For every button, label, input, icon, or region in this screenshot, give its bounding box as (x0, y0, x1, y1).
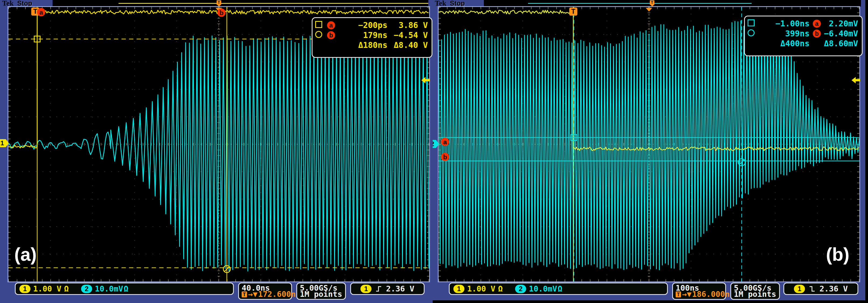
cursor-delta-row: Δ180ns Δ8.40 V (315, 40, 428, 50)
ch1-scale: 1.00 V (33, 284, 61, 293)
ch2-coupling: Ω (124, 284, 128, 293)
cursor-b-value: −6.40mV (823, 29, 858, 38)
record-view-line (528, 3, 752, 4)
ch1-scale: 1.00 V (467, 284, 495, 293)
cursor-b-badge: b (217, 9, 226, 17)
channel1-ground-marker: 1 (0, 139, 9, 147)
cursor-a-square-icon (315, 21, 322, 28)
cursor-a-row: −1.00ns a 2.20mV (748, 19, 858, 29)
cursor-b-row: b 179ns −4.54 V (315, 30, 428, 40)
cursor-b-row: 399ns b −6.40mV (748, 29, 858, 38)
channel-settings-bar: 1 1.00 V Ω 2 10.0mV Ω (15, 282, 234, 295)
graticule-area-b: T a b 2 −1.00ns a 2.20mV 399ns b −6.40mV… (438, 6, 860, 282)
record-view-strip: T (53, 0, 428, 7)
cursor-a-badge-label: a (813, 20, 821, 28)
cursor-b-badge: b (441, 153, 450, 161)
cursor-a-time: −1.00ns (760, 19, 810, 28)
ch2-scale: 10.0mV (529, 284, 557, 293)
figure-label-a: (a) (14, 244, 37, 265)
scope-header: Tek Stop T (433, 0, 868, 7)
cursor-delta-time: Δ400ns (760, 39, 810, 48)
ch2-scale: 10.0mV (95, 284, 123, 293)
ch1-coupling: Ω (64, 284, 69, 293)
record-view-line (119, 3, 428, 4)
cursor-a-badge: a (441, 138, 450, 146)
delay-value: 172.600ns (258, 291, 300, 297)
record-length: 1M points (300, 291, 342, 297)
cursor-a-time: −200ps (340, 21, 388, 30)
cursor-readout-box: −1.00ns a 2.20mV 399ns b −6.40mV Δ400ns … (744, 15, 863, 56)
trigger-box: 1 2.36 V (783, 282, 858, 295)
trigger-t-icon: T (676, 292, 681, 297)
acquisition-box: 5.00GS/s 1M points (730, 282, 780, 300)
cursor-b-circle-icon (748, 29, 754, 36)
cursor-delta-value: Δ8.40 V (388, 40, 428, 50)
scope-header: Tek Stop T (0, 0, 433, 7)
trigger-position-flag: T (569, 7, 577, 15)
ch1-badge: 1 (454, 285, 464, 293)
cursor-b-time: 179ns (340, 30, 388, 40)
timebase-box: 100ns T→▼186.000ns (672, 282, 726, 300)
ch2-coupling: Ω (558, 284, 562, 293)
cursor-b-time: 399ns (760, 29, 810, 38)
trigger-level: 2.36 V (386, 284, 414, 293)
cursor-b-circle-icon (315, 31, 322, 38)
cursor-delta-value: Δ8.60mV (823, 39, 858, 48)
delay-arrows-icon: →▼ (248, 291, 257, 297)
expansion-point-icon (646, 8, 652, 11)
ch1-coupling: Ω (498, 284, 503, 293)
record-length: 1M points (734, 291, 776, 297)
trigger-level: 2.36 V (819, 284, 848, 293)
trigger-box: 1 2.36 V (350, 282, 425, 295)
trigger-source-badge: 1 (361, 285, 372, 293)
record-trigger-marker: T (650, 0, 654, 5)
trigger-delay-readout: T→▼186.000ns (676, 291, 734, 297)
record-trigger-marker: T (217, 0, 221, 5)
ch2-badge: 2 (81, 285, 92, 293)
cursor-delta-time: Δ180ns (340, 40, 388, 50)
trigger-slope-icon (809, 285, 816, 292)
cursor-a-value: 2.20mV (823, 19, 858, 28)
photo-edge (433, 300, 868, 303)
trigger-t-icon: T (242, 292, 247, 297)
cursor-a-badge-label: a (327, 21, 335, 29)
trigger-delay-readout: T→▼172.600ns (242, 291, 300, 297)
delay-arrows-icon: →▼ (682, 291, 691, 297)
channel2-ground-marker: 2 (433, 140, 439, 148)
record-view-strip: T (484, 0, 861, 7)
photo-edge (865, 0, 868, 303)
graticule-area-a: T a b 1 a −200ps 3.86 V b 179ns −4.54 V … (7, 6, 430, 282)
timebase-box: 40.0ns T→▼172.600ns (238, 282, 292, 300)
trigger-source-badge: 1 (794, 285, 805, 293)
delay-value: 186.000ns (692, 291, 734, 297)
cursor-delta-row: Δ400ns Δ8.60mV (748, 38, 858, 48)
channel-settings-bar: 1 1.00 V Ω 2 10.0mV Ω (449, 282, 668, 295)
cursor-b-badge-label: b (327, 31, 335, 39)
oscilloscope-screen-b: Tek Stop T T a b 2 −1.00ns a 2.20mV 399n… (433, 0, 868, 303)
cursor-readout-box: a −200ps 3.86 V b 179ns −4.54 V Δ180ns Δ… (312, 17, 432, 58)
acquisition-box: 5.00GS/s 1M points (296, 282, 346, 300)
cursor-b-value: −4.54 V (388, 30, 428, 40)
ch1-badge: 1 (20, 285, 30, 293)
cursor-b-badge-label: b (813, 30, 821, 38)
oscilloscope-screen-a: Tek Stop T T a b 1 a −200ps 3.86 V b 179… (0, 0, 433, 303)
cursor-a-row: a −200ps 3.86 V (315, 20, 428, 30)
ch2-badge: 2 (515, 285, 526, 293)
trigger-slope-icon (375, 285, 382, 292)
cursor-a-value: 3.86 V (388, 21, 428, 30)
figure-label-b: (b) (826, 244, 849, 265)
cursor-a-square-icon (748, 20, 754, 26)
cursor-a-badge: a (37, 8, 45, 16)
